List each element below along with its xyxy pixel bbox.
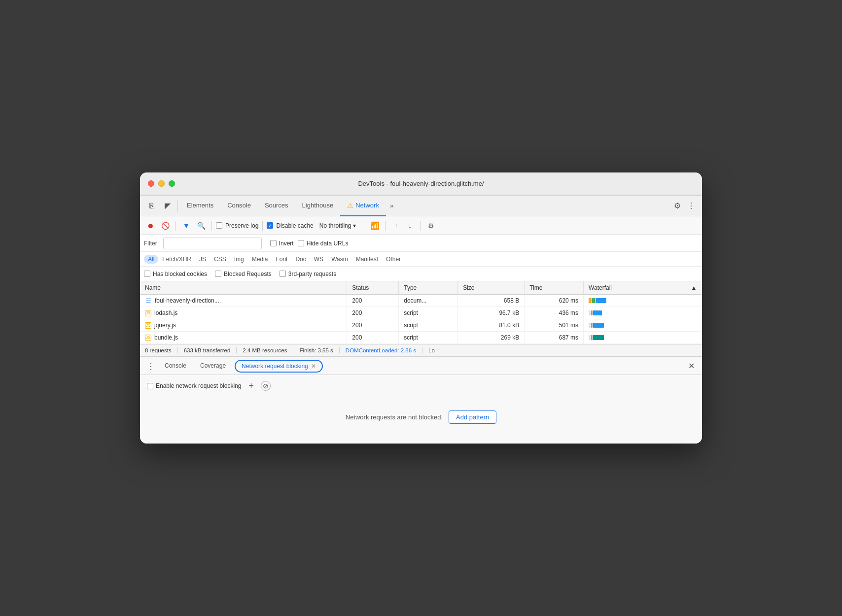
col-type[interactable]: Type [399,281,458,295]
preserve-log-checkbox[interactable] [216,222,222,229]
hide-data-urls-area[interactable]: Hide data URLs [298,240,349,247]
drawer-more-button[interactable]: ⋮ [144,359,158,373]
export-button[interactable]: ↓ [403,219,416,232]
col-waterfall[interactable]: Waterfall ▲ [584,281,702,295]
type-filter-manifest[interactable]: Manifest [352,255,382,264]
drawer-tab-console[interactable]: Console [158,357,193,375]
type-filter-img[interactable]: Img [230,255,248,264]
tab-elements[interactable]: Elements [180,196,220,216]
clear-button[interactable]: 🚫 [159,219,172,232]
wf-seg [589,310,591,315]
col-status[interactable]: Status [347,281,399,295]
size-cell: 269 kB [458,332,525,344]
add-blocking-pattern-button[interactable]: + [245,380,257,392]
search-button[interactable]: 🔍 [195,219,208,232]
type-filter-ws[interactable]: WS [310,255,327,264]
time-cell: 436 ms [525,307,584,319]
type-filter-media[interactable]: Media [248,255,272,264]
tab-lighthouse[interactable]: Lighthouse [295,196,341,216]
col-time[interactable]: Time [525,281,584,295]
third-party-checkbox[interactable] [280,271,286,277]
table-row[interactable]: ☰ foul-heavenly-direction.... 200 docum.… [140,295,702,307]
toolbar-sep-1 [175,221,176,231]
filter-button[interactable]: ▼ [180,219,193,232]
more-options-icon[interactable]: ⋮ [684,199,698,213]
network-conditions-button[interactable]: 📶 [368,219,381,232]
type-filter-all[interactable]: All [144,255,158,264]
col-size[interactable]: Size [458,281,525,295]
blocked-requests-label: Blocked Requests [224,271,272,277]
network-toolbar: ⏺ 🚫 ▼ 🔍 Preserve log ✓ Disable cache No … [140,216,702,235]
device-toolbar-button[interactable]: ◤ [160,198,175,214]
type-filter-fetch[interactable]: Fetch/XHR [158,255,195,264]
drawer-tab-coverage[interactable]: Coverage [193,357,233,375]
table-row[interactable]: JS bundle.js 200 script 269 kB 687 ms [140,332,702,344]
drawer-tab-network-blocking[interactable]: Network request blocking ✕ [235,360,323,373]
blocked-requests-area[interactable]: Blocked Requests [215,271,272,277]
wf-seg [591,310,593,315]
waterfall-cell [584,295,702,307]
preserve-log-area[interactable]: Preserve log [216,222,258,229]
filter-sep [266,239,266,248]
table-row[interactable]: JS jquery.js 200 script 81.0 kB 501 ms [140,319,702,332]
inspect-element-button[interactable]: ⎘ [144,198,160,214]
close-button[interactable] [148,180,154,187]
blocked-requests-checkbox[interactable] [215,271,221,277]
tabs-overflow[interactable]: » [386,202,397,209]
hide-data-checkbox[interactable] [298,240,304,246]
third-party-label: 3rd-party requests [288,271,336,277]
maximize-button[interactable] [169,180,175,187]
name-cell: ☰ foul-heavenly-direction.... [140,295,347,307]
waterfall-cell [584,307,702,319]
resources-size: 2.4 MB resources [237,347,293,353]
devtools-window: DevTools - foul-heavenly-direction.glitc… [140,172,702,444]
type-filter-other[interactable]: Other [382,255,405,264]
col-name[interactable]: Name [140,281,347,295]
wf-seg [593,310,602,315]
close-tab-icon[interactable]: ✕ [311,363,316,370]
type-filter-font[interactable]: Font [272,255,291,264]
settings-gear-icon[interactable]: ⚙ [670,199,684,213]
clear-blocking-button[interactable]: ⊘ [261,381,271,391]
tab-network[interactable]: ⚠ Network [340,196,386,216]
toolbar-sep-4 [364,221,364,231]
status-cell: 200 [347,307,399,319]
time-cell: 620 ms [525,295,584,307]
type-filter-wasm[interactable]: Wasm [327,255,352,264]
third-party-area[interactable]: 3rd-party requests [280,271,336,277]
title-bar: DevTools - foul-heavenly-direction.glitc… [140,172,702,195]
has-blocked-cookies-checkbox[interactable] [144,271,150,277]
tab-console[interactable]: Console [220,196,258,216]
import-button[interactable]: ↑ [389,219,402,232]
enable-blocking-label: Enable network request blocking [156,382,241,389]
drawer-tabs: ⋮ Console Coverage Network request block… [140,357,702,375]
tab-sources[interactable]: Sources [258,196,295,216]
table-row[interactable]: JS lodash.js 200 script 96.7 kB 436 ms [140,307,702,319]
checkbox-filter-row: Has blocked cookies Blocked Requests 3rd… [140,267,702,281]
type-filter-doc[interactable]: Doc [291,255,310,264]
dom-content-loaded: DOMContentLoaded: 2.86 s [340,347,422,353]
toolbar-sep-3 [262,221,263,231]
network-settings-button[interactable]: ⚙ [424,219,437,232]
tabs-separator [177,201,178,211]
disable-cache-label: Disable cache [276,222,313,229]
filter-input[interactable] [163,238,262,249]
throttle-button[interactable]: No throttling ▾ [316,221,360,230]
disable-cache-area[interactable]: ✓ Disable cache [267,222,313,229]
toolbar-sep-5 [385,221,386,231]
preserve-log-label: Preserve log [225,222,258,229]
invert-checkbox[interactable] [270,240,277,246]
devtools-body: ⎘ ◤ Elements Console Sources Lighthouse … [140,195,702,444]
record-button[interactable]: ⏺ [144,219,157,232]
add-pattern-button[interactable]: Add pattern [449,411,496,424]
invert-checkbox-area[interactable]: Invert [270,240,294,247]
enable-blocking-checkbox[interactable] [147,383,153,389]
waterfall-cell [584,332,702,344]
drawer-close-button[interactable]: ✕ [684,359,698,373]
enable-blocking-area[interactable]: Enable network request blocking [147,382,241,389]
disable-cache-checkbox[interactable]: ✓ [267,222,273,229]
type-filter-js[interactable]: JS [195,255,210,264]
type-filter-css[interactable]: CSS [210,255,230,264]
has-blocked-cookies-area[interactable]: Has blocked cookies [144,271,207,277]
minimize-button[interactable] [158,180,165,187]
